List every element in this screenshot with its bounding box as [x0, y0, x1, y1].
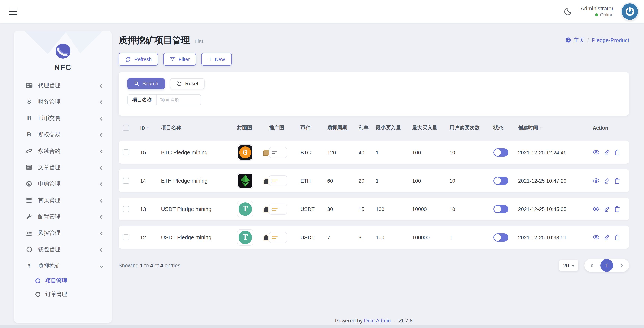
dcat-admin-link[interactable]: Dcat Admin — [364, 318, 391, 324]
usdt-coin-image[interactable]: T — [237, 229, 254, 246]
user-status: Online — [580, 12, 614, 18]
eth-coin-image[interactable] — [237, 172, 254, 189]
project-name-input[interactable] — [156, 95, 200, 105]
dark-banner-image[interactable] — [269, 147, 287, 158]
sidebar-item-spot-trade[interactable]: B 币币交易 — [14, 110, 112, 126]
circle-icon — [25, 246, 33, 252]
delete-trash-icon[interactable] — [614, 177, 620, 184]
reset-button[interactable]: Reset — [170, 78, 205, 89]
circle-bullet-icon — [36, 292, 40, 296]
sidebar-item-agents[interactable]: 代理管理 — [14, 77, 112, 94]
search-button[interactable]: Search — [128, 78, 165, 89]
sidebar-item-articles[interactable]: 文章管理 — [14, 159, 112, 176]
sidebar-item-subscription[interactable]: 申购管理 — [14, 176, 112, 192]
filter-button[interactable]: Filter — [164, 53, 196, 66]
chevron-left-icon — [100, 98, 103, 105]
logo: NFC — [14, 31, 112, 72]
delete-trash-icon[interactable] — [614, 206, 620, 212]
current-page-button[interactable]: 1 — [600, 259, 613, 272]
sidebar-subitem-project-management[interactable]: 项目管理 — [14, 274, 112, 287]
row-checkbox[interactable] — [123, 234, 129, 240]
sidebar-item-options-trade[interactable]: Ƀ 期权交易 — [14, 126, 112, 143]
sidebar-item-config[interactable]: 配置管理 — [14, 208, 112, 225]
table-row: 14 ETH Pledge mining ETH 60 20 1 100 10 … — [118, 169, 629, 192]
powered-by-text: Powered by — [335, 318, 362, 324]
cell-coin: USDT — [300, 206, 327, 212]
sidebar-subitem-order-management[interactable]: 订单管理 — [14, 287, 112, 301]
delete-trash-icon[interactable] — [614, 149, 620, 156]
sidebar-item-pledge-mining[interactable]: ¥ 质押挖矿 — [14, 258, 112, 274]
new-button[interactable]: + New — [202, 53, 232, 66]
sidebar-item-label: 永续合约 — [38, 148, 60, 154]
chain-link-icon — [25, 148, 33, 154]
sidebar-item-wallet[interactable]: 钱包管理 — [14, 241, 112, 258]
sidebar-item-homepage[interactable]: 首页管理 — [14, 192, 112, 208]
red-banner-image[interactable] — [269, 203, 287, 214]
hamburger-menu-icon[interactable] — [9, 8, 17, 14]
bitcoin-icon: Ƀ — [25, 131, 33, 138]
edit-pencil-icon[interactable] — [604, 149, 610, 156]
breadcrumb-home-link[interactable]: 主页 — [565, 36, 584, 44]
funnel-icon — [170, 56, 176, 62]
project-name-field-label: 项目名称 — [128, 95, 156, 105]
refresh-button[interactable]: Refresh — [118, 53, 158, 66]
sidebar-item-label: 风控管理 — [38, 230, 60, 236]
edit-pencil-icon[interactable] — [604, 177, 610, 184]
breadcrumb-current: Pledge-Product — [592, 37, 629, 43]
chevron-left-icon — [100, 82, 103, 89]
avatar[interactable] — [622, 3, 638, 20]
chevron-down-icon — [100, 262, 103, 269]
status-toggle[interactable] — [494, 205, 508, 213]
header-id[interactable]: ID↑ — [140, 125, 161, 131]
top-navbar: Administrator Online — [0, 0, 644, 23]
view-eye-icon[interactable] — [592, 178, 600, 184]
next-page-arrow[interactable] — [618, 262, 624, 268]
edit-pencil-icon[interactable] — [604, 234, 610, 240]
header-coin: 币种 — [300, 124, 327, 131]
edit-pencil-icon[interactable] — [604, 206, 610, 212]
sidebar-item-perpetual[interactable]: 永续合约 — [14, 143, 112, 159]
status-toggle[interactable] — [494, 176, 508, 185]
cell-buy-count: 10 — [450, 206, 494, 212]
row-checkbox[interactable] — [123, 149, 129, 155]
page-size-select[interactable]: 20 — [559, 260, 578, 271]
view-eye-icon[interactable] — [592, 234, 600, 240]
select-all-checkbox[interactable] — [123, 125, 129, 131]
newspaper-icon — [25, 164, 33, 171]
chevron-left-icon — [100, 131, 103, 138]
sidebar-item-label: 代理管理 — [38, 82, 60, 89]
btc-coin-image[interactable]: B — [237, 144, 254, 160]
user-name: Administrator — [580, 5, 614, 12]
table-row: 13 USDT Pledge mining T USDT 30 15 100 1… — [118, 198, 629, 220]
sidebar-menu: 代理管理 $ 财务管理 B 币币交易 Ƀ 期权交易 — [14, 77, 112, 301]
sidebar-item-risk[interactable]: 风控管理 — [14, 225, 112, 241]
red-banner-image[interactable] — [269, 175, 287, 186]
row-checkbox[interactable] — [123, 178, 129, 184]
sidebar-subitem-label: 项目管理 — [46, 277, 67, 284]
chevron-down-icon — [572, 263, 575, 266]
usdt-coin-image[interactable]: T — [237, 201, 254, 217]
cell-id: 15 — [140, 149, 161, 155]
dark-mode-moon-icon[interactable] — [563, 7, 572, 16]
delete-trash-icon[interactable] — [614, 234, 620, 240]
header-buy-count: 用户购买次数 — [450, 124, 494, 131]
view-eye-icon[interactable] — [592, 206, 600, 212]
footer-version: v1.7.8 — [398, 318, 412, 324]
cell-rate: 3 — [358, 234, 376, 240]
status-toggle[interactable] — [494, 148, 508, 156]
cell-min-buy: 100 — [376, 206, 412, 212]
header-action: Action — [592, 125, 624, 131]
row-checkbox[interactable] — [123, 206, 129, 212]
red-banner-image[interactable] — [269, 232, 287, 243]
sidebar-item-label: 配置管理 — [38, 213, 60, 220]
view-eye-icon[interactable] — [592, 150, 600, 155]
breadcrumb-home-label: 主页 — [574, 36, 584, 44]
sidebar-item-finance[interactable]: $ 财务管理 — [14, 94, 112, 110]
id-card-icon — [25, 82, 33, 89]
table-header: ID↑ 项目名称 封面图 推广图 币种 质押周期 利率 最小买入量 最大买入量 … — [118, 123, 629, 133]
letter-b-icon: B — [25, 114, 33, 122]
prev-page-arrow[interactable] — [590, 262, 595, 268]
sort-asc-icon: ↑ — [147, 125, 149, 130]
header-created-at[interactable]: 创建时间↑ — [518, 124, 592, 131]
status-toggle[interactable] — [494, 233, 508, 241]
